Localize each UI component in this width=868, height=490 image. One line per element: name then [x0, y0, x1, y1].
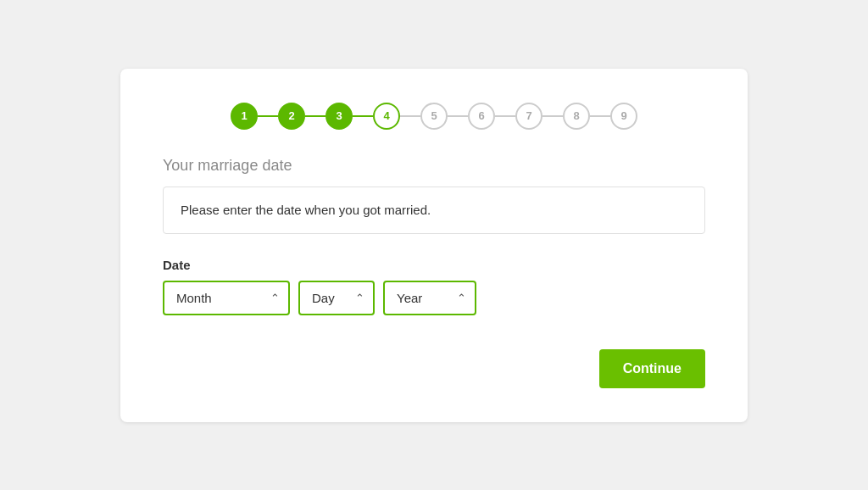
step-5: 5 — [420, 103, 448, 130]
step-4: 4 — [373, 103, 400, 130]
main-card: 1 2 3 4 5 6 7 8 9 Your marriage date Ple… — [120, 69, 748, 422]
step-2: 2 — [278, 103, 305, 130]
year-select[interactable]: Year 2024202320222021 2020201920182017 2… — [383, 281, 476, 315]
step-8: 8 — [563, 103, 590, 130]
day-select[interactable]: Day 12345 678910 1112131415 1617181920 2… — [298, 281, 375, 315]
date-label: Date — [163, 258, 705, 272]
step-7: 7 — [515, 103, 542, 130]
info-box: Please enter the date when you got marri… — [163, 187, 705, 234]
connector-3-4 — [353, 115, 373, 117]
connector-4-5 — [400, 115, 420, 117]
step-3: 3 — [326, 103, 353, 130]
year-wrapper[interactable]: Year 2024202320222021 2020201920182017 2… — [383, 281, 476, 315]
connector-5-6 — [448, 115, 468, 117]
connector-2-3 — [305, 115, 326, 117]
connector-8-9 — [590, 115, 610, 117]
section-title: Your marriage date — [163, 157, 705, 175]
connector-7-8 — [542, 115, 563, 117]
info-text: Please enter the date when you got marri… — [181, 203, 431, 217]
step-1: 1 — [231, 103, 258, 130]
connector-1-2 — [258, 115, 278, 117]
connector-6-7 — [495, 115, 515, 117]
continue-button[interactable]: Continue — [599, 349, 705, 388]
date-row: Month January February March April May J… — [163, 281, 705, 315]
month-select[interactable]: Month January February March April May J… — [163, 281, 290, 315]
step-6: 6 — [468, 103, 495, 130]
step-9: 9 — [610, 103, 637, 130]
stepper: 1 2 3 4 5 6 7 8 9 — [163, 103, 705, 130]
day-wrapper[interactable]: Day 12345 678910 1112131415 1617181920 2… — [298, 281, 375, 315]
footer-row: Continue — [163, 349, 705, 388]
month-wrapper[interactable]: Month January February March April May J… — [163, 281, 290, 315]
